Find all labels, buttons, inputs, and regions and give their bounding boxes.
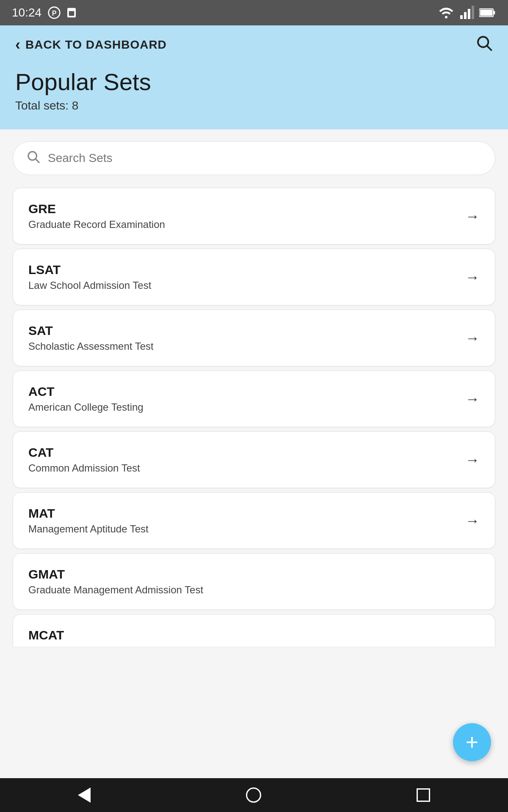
set-item-name: GMAT [28, 567, 203, 582]
page-subtitle: Total sets: 8 [15, 99, 493, 112]
svg-rect-6 [464, 12, 467, 19]
sim-icon [65, 6, 78, 19]
list-item[interactable]: SAT Scholastic Assessment Test → [13, 310, 495, 366]
svg-text:P: P [52, 10, 57, 17]
set-item-name: MAT [28, 506, 149, 521]
back-nav-icon [78, 787, 91, 803]
home-nav-icon [246, 787, 261, 803]
set-item-name: ACT [28, 384, 144, 399]
set-item-desc: Graduate Record Examination [28, 219, 165, 230]
svg-line-15 [36, 159, 39, 162]
list-item[interactable]: CAT Common Admission Test → [13, 431, 495, 488]
set-item-desc: Common Admission Test [28, 462, 140, 474]
header-nav: ‹ BACK TO DASHBOARD [15, 34, 493, 55]
svg-rect-8 [472, 6, 474, 19]
arrow-icon: → [465, 391, 480, 407]
pocket-icon: P [47, 6, 61, 19]
svg-rect-5 [460, 15, 463, 19]
wifi-icon [439, 5, 454, 20]
search-bar-container[interactable] [13, 141, 495, 175]
header: ‹ BACK TO DASHBOARD Popular Sets Total s… [0, 25, 508, 129]
arrow-icon: → [465, 269, 480, 285]
set-item-desc: American College Testing [28, 401, 144, 413]
search-bar-icon [26, 149, 40, 167]
back-button[interactable]: ‹ BACK TO DASHBOARD [15, 36, 167, 54]
arrow-icon: → [465, 513, 480, 529]
svg-rect-11 [480, 10, 492, 16]
status-time: 10:24 [12, 6, 41, 19]
main-content: GRE Graduate Record Examination → LSAT L… [0, 129, 508, 799]
set-item-desc: Management Aptitude Test [28, 523, 149, 535]
list-item[interactable]: LSAT Law School Admission Test → [13, 249, 495, 305]
svg-line-13 [487, 46, 491, 50]
arrow-icon: → [465, 330, 480, 346]
set-item-desc: Graduate Management Admission Test [28, 584, 203, 596]
list-item[interactable]: GRE Graduate Record Examination → [13, 188, 495, 244]
set-list: GRE Graduate Record Examination → LSAT L… [13, 188, 495, 647]
list-item[interactable]: ACT American College Testing → [13, 370, 495, 427]
set-item-name: GRE [28, 202, 165, 216]
list-item[interactable]: GMAT Graduate Management Admission Test [13, 553, 495, 610]
set-item-name: MCAT [28, 628, 64, 642]
nav-home-button[interactable] [246, 787, 261, 803]
search-input[interactable] [48, 151, 482, 165]
set-item-desc: Scholastic Assessment Test [28, 340, 154, 352]
search-icon-header[interactable] [475, 34, 493, 55]
bottom-nav [0, 778, 508, 812]
recents-nav-icon [417, 788, 430, 802]
set-item-name: LSAT [28, 263, 151, 277]
svg-rect-3 [69, 11, 75, 16]
set-item-name: SAT [28, 324, 154, 338]
arrow-icon: → [465, 208, 480, 225]
back-arrow-icon: ‹ [15, 36, 20, 54]
add-button[interactable]: + [453, 723, 491, 761]
arrow-icon: → [465, 452, 480, 468]
set-item-name: CAT [28, 445, 140, 460]
battery-icon [479, 5, 496, 20]
list-item[interactable]: MAT Management Aptitude Test → [13, 492, 495, 549]
signal-icon [459, 5, 474, 20]
svg-point-4 [445, 16, 447, 19]
nav-back-button[interactable] [78, 787, 91, 803]
nav-recents-button[interactable] [417, 788, 430, 802]
svg-rect-7 [468, 9, 470, 19]
plus-icon: + [466, 731, 478, 753]
list-item[interactable]: MCAT [13, 614, 495, 647]
set-item-desc: Law School Admission Test [28, 280, 151, 291]
page-title: Popular Sets [15, 68, 493, 96]
svg-rect-10 [493, 11, 495, 14]
back-label: BACK TO DASHBOARD [25, 38, 167, 52]
status-bar: 10:24 P [0, 0, 508, 25]
